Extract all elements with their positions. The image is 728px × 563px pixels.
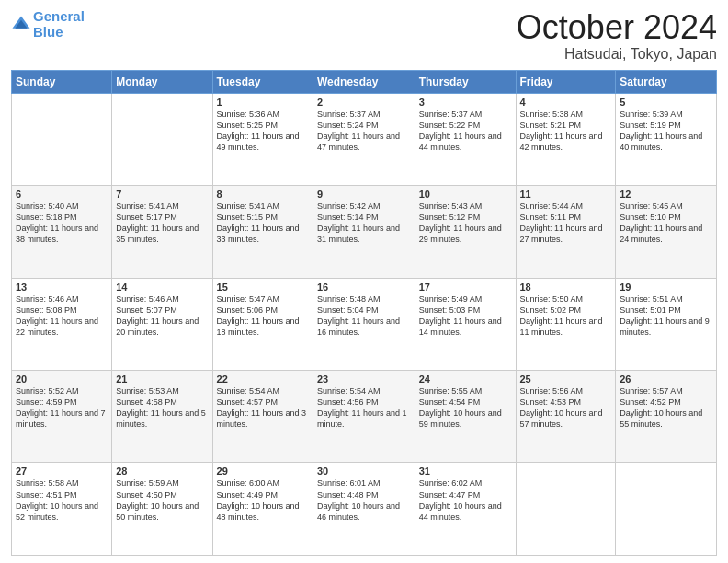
day-info: Sunrise: 5:43 AMSunset: 5:12 PMDaylight:… bbox=[419, 201, 512, 246]
calendar-cell: 21Sunrise: 5:53 AMSunset: 4:58 PMDayligh… bbox=[112, 371, 212, 463]
calendar-cell: 18Sunrise: 5:50 AMSunset: 5:02 PMDayligh… bbox=[516, 278, 616, 370]
day-info: Sunrise: 5:55 AMSunset: 4:54 PMDaylight:… bbox=[419, 385, 512, 431]
calendar-cell: 17Sunrise: 5:49 AMSunset: 5:03 PMDayligh… bbox=[415, 278, 516, 370]
day-info: Sunrise: 5:50 AMSunset: 5:02 PMDaylight:… bbox=[520, 293, 612, 339]
day-number: 17 bbox=[419, 282, 512, 293]
weekday-header-tuesday: Tuesday bbox=[212, 70, 313, 93]
calendar-cell: 16Sunrise: 5:48 AMSunset: 5:04 PMDayligh… bbox=[313, 278, 415, 370]
day-info: Sunrise: 5:39 AMSunset: 5:19 PMDaylight:… bbox=[620, 109, 712, 154]
calendar-cell: 11Sunrise: 5:44 AMSunset: 5:11 PMDayligh… bbox=[516, 186, 616, 278]
day-number: 20 bbox=[16, 373, 108, 385]
calendar-cell: 20Sunrise: 5:52 AMSunset: 4:59 PMDayligh… bbox=[12, 371, 112, 463]
day-info: Sunrise: 5:48 AMSunset: 5:04 PMDaylight:… bbox=[317, 293, 411, 339]
day-number: 2 bbox=[317, 97, 411, 108]
day-number: 11 bbox=[520, 189, 612, 200]
calendar-week-2: 6Sunrise: 5:40 AMSunset: 5:18 PMDaylight… bbox=[12, 186, 717, 278]
calendar-cell: 22Sunrise: 5:54 AMSunset: 4:57 PMDayligh… bbox=[212, 371, 313, 463]
day-number: 31 bbox=[419, 465, 512, 477]
day-info: Sunrise: 5:56 AMSunset: 4:53 PMDaylight:… bbox=[520, 385, 612, 431]
day-info: Sunrise: 5:45 AMSunset: 5:10 PMDaylight:… bbox=[620, 201, 712, 246]
day-info: Sunrise: 5:49 AMSunset: 5:03 PMDaylight:… bbox=[419, 293, 512, 339]
day-info: Sunrise: 5:52 AMSunset: 4:59 PMDaylight:… bbox=[16, 385, 108, 431]
day-info: Sunrise: 5:40 AMSunset: 5:18 PMDaylight:… bbox=[16, 201, 108, 246]
calendar-cell: 31Sunrise: 6:02 AMSunset: 4:47 PMDayligh… bbox=[415, 463, 516, 556]
calendar-cell: 19Sunrise: 5:51 AMSunset: 5:01 PMDayligh… bbox=[616, 278, 717, 370]
weekday-header-wednesday: Wednesday bbox=[313, 70, 415, 93]
weekday-header-row: SundayMondayTuesdayWednesdayThursdayFrid… bbox=[12, 70, 717, 93]
title-block: October 2024 Hatsudai, Tokyo, Japan bbox=[517, 9, 717, 63]
calendar-cell bbox=[616, 463, 717, 556]
day-info: Sunrise: 5:41 AMSunset: 5:15 PMDaylight:… bbox=[217, 201, 309, 246]
calendar-week-4: 20Sunrise: 5:52 AMSunset: 4:59 PMDayligh… bbox=[12, 371, 717, 463]
weekday-header-sunday: Sunday bbox=[12, 70, 112, 93]
day-info: Sunrise: 5:46 AMSunset: 5:08 PMDaylight:… bbox=[16, 293, 108, 339]
calendar-cell: 3Sunrise: 5:37 AMSunset: 5:22 PMDaylight… bbox=[415, 93, 516, 185]
day-number: 30 bbox=[317, 465, 411, 477]
day-number: 16 bbox=[317, 282, 411, 293]
day-number: 12 bbox=[620, 189, 712, 200]
day-info: Sunrise: 5:37 AMSunset: 5:24 PMDaylight:… bbox=[317, 109, 411, 154]
calendar-cell: 10Sunrise: 5:43 AMSunset: 5:12 PMDayligh… bbox=[415, 186, 516, 278]
day-info: Sunrise: 5:42 AMSunset: 5:14 PMDaylight:… bbox=[317, 201, 411, 246]
calendar-cell: 26Sunrise: 5:57 AMSunset: 4:52 PMDayligh… bbox=[616, 371, 717, 463]
day-number: 19 bbox=[620, 282, 712, 293]
day-info: Sunrise: 5:47 AMSunset: 5:06 PMDaylight:… bbox=[217, 293, 309, 339]
calendar-cell: 29Sunrise: 6:00 AMSunset: 4:49 PMDayligh… bbox=[212, 463, 313, 556]
day-number: 14 bbox=[116, 282, 208, 293]
calendar-cell: 28Sunrise: 5:59 AMSunset: 4:50 PMDayligh… bbox=[112, 463, 212, 556]
day-number: 25 bbox=[520, 373, 612, 385]
day-number: 4 bbox=[520, 97, 612, 108]
calendar-cell: 14Sunrise: 5:46 AMSunset: 5:07 PMDayligh… bbox=[112, 278, 212, 370]
day-info: Sunrise: 5:38 AMSunset: 5:21 PMDaylight:… bbox=[520, 109, 612, 154]
calendar-cell: 9Sunrise: 5:42 AMSunset: 5:14 PMDaylight… bbox=[313, 186, 415, 278]
day-number: 28 bbox=[116, 465, 208, 477]
day-number: 23 bbox=[317, 373, 411, 385]
calendar-cell: 6Sunrise: 5:40 AMSunset: 5:18 PMDaylight… bbox=[12, 186, 112, 278]
day-number: 3 bbox=[419, 97, 512, 108]
day-info: Sunrise: 5:51 AMSunset: 5:01 PMDaylight:… bbox=[620, 293, 712, 339]
day-info: Sunrise: 6:01 AMSunset: 4:48 PMDaylight:… bbox=[317, 477, 411, 523]
day-number: 7 bbox=[116, 189, 208, 200]
location-title: Hatsudai, Tokyo, Japan bbox=[517, 46, 717, 63]
day-info: Sunrise: 5:37 AMSunset: 5:22 PMDaylight:… bbox=[419, 109, 512, 154]
logo-icon bbox=[11, 15, 31, 35]
calendar-cell bbox=[12, 93, 112, 185]
calendar-cell: 30Sunrise: 6:01 AMSunset: 4:48 PMDayligh… bbox=[313, 463, 415, 556]
day-info: Sunrise: 6:00 AMSunset: 4:49 PMDaylight:… bbox=[217, 477, 309, 523]
calendar-cell bbox=[516, 463, 616, 556]
day-number: 13 bbox=[16, 282, 108, 293]
calendar-cell: 7Sunrise: 5:41 AMSunset: 5:17 PMDaylight… bbox=[112, 186, 212, 278]
weekday-header-friday: Friday bbox=[516, 70, 616, 93]
calendar-cell: 2Sunrise: 5:37 AMSunset: 5:24 PMDaylight… bbox=[313, 93, 415, 185]
day-info: Sunrise: 5:46 AMSunset: 5:07 PMDaylight:… bbox=[116, 293, 208, 339]
calendar-cell bbox=[112, 93, 212, 185]
day-number: 8 bbox=[217, 189, 309, 200]
day-info: Sunrise: 5:36 AMSunset: 5:25 PMDaylight:… bbox=[217, 109, 309, 154]
page: General Blue October 2024 Hatsudai, Toky… bbox=[0, 0, 728, 563]
day-number: 6 bbox=[16, 189, 108, 200]
calendar-week-3: 13Sunrise: 5:46 AMSunset: 5:08 PMDayligh… bbox=[12, 278, 717, 370]
day-number: 1 bbox=[217, 97, 309, 108]
day-number: 27 bbox=[16, 465, 108, 477]
day-number: 15 bbox=[217, 282, 309, 293]
day-number: 26 bbox=[620, 373, 712, 385]
day-number: 22 bbox=[217, 373, 309, 385]
calendar-cell: 24Sunrise: 5:55 AMSunset: 4:54 PMDayligh… bbox=[415, 371, 516, 463]
weekday-header-saturday: Saturday bbox=[616, 70, 717, 93]
calendar-cell: 27Sunrise: 5:58 AMSunset: 4:51 PMDayligh… bbox=[12, 463, 112, 556]
day-number: 21 bbox=[116, 373, 208, 385]
day-info: Sunrise: 5:57 AMSunset: 4:52 PMDaylight:… bbox=[620, 385, 712, 431]
calendar-cell: 5Sunrise: 5:39 AMSunset: 5:19 PMDaylight… bbox=[616, 93, 717, 185]
day-info: Sunrise: 5:53 AMSunset: 4:58 PMDaylight:… bbox=[116, 385, 208, 431]
logo: General Blue bbox=[11, 9, 85, 40]
weekday-header-thursday: Thursday bbox=[415, 70, 516, 93]
calendar-cell: 13Sunrise: 5:46 AMSunset: 5:08 PMDayligh… bbox=[12, 278, 112, 370]
weekday-header-monday: Monday bbox=[112, 70, 212, 93]
day-number: 24 bbox=[419, 373, 512, 385]
calendar-cell: 15Sunrise: 5:47 AMSunset: 5:06 PMDayligh… bbox=[212, 278, 313, 370]
day-number: 18 bbox=[520, 282, 612, 293]
day-number: 5 bbox=[620, 97, 712, 108]
day-info: Sunrise: 5:54 AMSunset: 4:57 PMDaylight:… bbox=[217, 385, 309, 431]
day-number: 10 bbox=[419, 189, 512, 200]
day-info: Sunrise: 5:54 AMSunset: 4:56 PMDaylight:… bbox=[317, 385, 411, 431]
